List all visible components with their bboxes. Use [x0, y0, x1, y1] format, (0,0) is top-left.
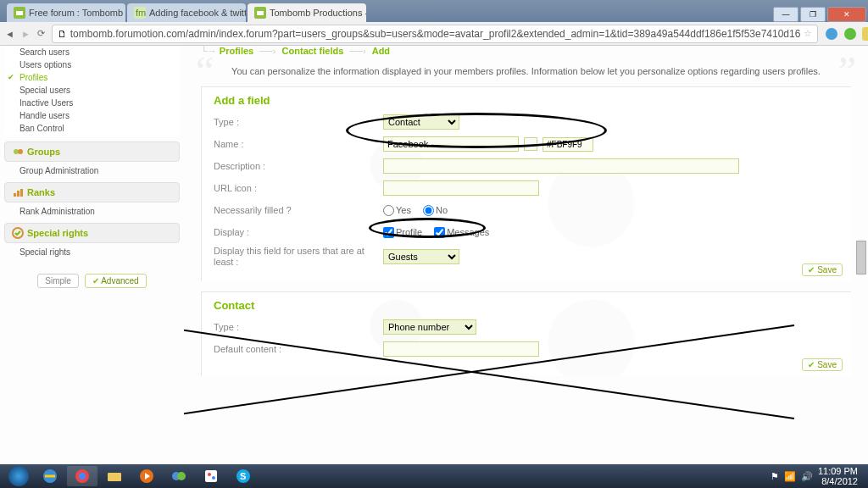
taskbar-skype-icon[interactable]: S	[228, 466, 259, 486]
sidebar-item-handle-users[interactable]: Handle users	[4, 109, 180, 122]
maximize-button[interactable]: ❐	[800, 7, 826, 22]
default-content-input[interactable]	[383, 341, 539, 357]
sidebar-item-inactive-users[interactable]: Inactive Users	[4, 97, 180, 109]
lbl-necessarily-filled: Necessarily filled ?	[214, 205, 383, 215]
taskbar-paint-icon[interactable]	[196, 466, 226, 486]
radio-no[interactable]	[423, 205, 434, 216]
taskbar-wmp-icon[interactable]	[131, 466, 162, 486]
chk-profile[interactable]	[383, 227, 394, 238]
lbl-name: Name :	[214, 139, 383, 149]
name-input[interactable]	[383, 136, 519, 152]
tab-favicon: fm	[134, 7, 146, 19]
scrollbar-thumb[interactable]	[856, 241, 866, 274]
description-input[interactable]	[383, 158, 739, 174]
sidebar-item-ban-control[interactable]: Ban Control	[4, 122, 180, 135]
chk-profile-label[interactable]: Profile	[383, 227, 422, 238]
svg-rect-12	[17, 191, 19, 197]
svg-point-6	[826, 28, 837, 40]
system-tray: ⚑ 📶 🔊 11:09 PM 8/4/2012	[771, 466, 865, 486]
sidebar-item-special-rights[interactable]: Special rights	[4, 245, 180, 263]
radio-no-label[interactable]: No	[423, 205, 448, 216]
simple-mode-button[interactable]: Simple	[37, 274, 79, 288]
lbl-description: Description :	[214, 161, 383, 171]
sidebar-item-group-admin[interactable]: Group Administration	[4, 164, 180, 182]
save-button[interactable]: Save	[802, 263, 843, 276]
tray-volume-icon[interactable]: 🔊	[801, 471, 813, 482]
type-select[interactable]: Contact	[383, 114, 459, 130]
sidebar-groups-header[interactable]: Groups	[4, 141, 180, 162]
tray-network-icon[interactable]: 📶	[784, 471, 796, 482]
svg-point-19	[79, 473, 86, 480]
lbl-display-least: Display this field for users that are at…	[214, 246, 383, 268]
svg-point-26	[208, 473, 211, 476]
breadcrumb-contact-fields[interactable]: Contact fields	[282, 46, 344, 56]
advanced-mode-button[interactable]: Advanced	[85, 274, 147, 288]
ext-icon[interactable]	[825, 27, 838, 41]
browser-tab[interactable]: fm Adding facebook & twitte ×	[127, 3, 246, 22]
sidebar-header-label: Groups	[27, 147, 60, 157]
lbl-url-icon: URL icon :	[214, 183, 383, 193]
svg-rect-1	[16, 11, 23, 15]
ext-icon[interactable]	[862, 27, 868, 41]
breadcrumb-profiles[interactable]: Profiles	[220, 46, 253, 56]
page-content: Search users Users options Profiles Spec…	[0, 46, 868, 464]
tray-clock[interactable]: 11:09 PM 8/4/2012	[818, 466, 858, 486]
svg-point-7	[844, 28, 856, 40]
tray-date: 8/4/2012	[818, 476, 858, 486]
window-titlebar: Free forum : Tombomb P × fm Adding faceb…	[0, 0, 868, 22]
taskbar-ie-icon[interactable]	[35, 466, 65, 486]
radio-yes-label[interactable]: Yes	[383, 205, 411, 216]
tab-label: Adding facebook & twitte	[149, 8, 246, 18]
url-icon-input[interactable]	[383, 180, 539, 196]
svg-rect-13	[20, 189, 23, 197]
browser-navbar: ◄ ► ⟳ 🗋 tombomb.forumotion.com/admin/ind…	[0, 22, 868, 46]
save-button[interactable]: Save	[802, 358, 843, 371]
svg-rect-11	[14, 193, 16, 197]
ranks-icon	[12, 186, 24, 198]
browser-tab[interactable]: Free forum : Tombomb P ×	[7, 3, 125, 22]
color-picker-swatch[interactable]	[524, 137, 537, 151]
panel-add-field: Add a field Type : Contact Name : Descri…	[201, 86, 851, 281]
close-button[interactable]: ✕	[827, 7, 866, 22]
least-select[interactable]: Guests	[383, 249, 459, 264]
svg-rect-5	[257, 11, 264, 15]
taskbar: S ⚑ 📶 🔊 11:09 PM 8/4/2012	[0, 464, 868, 488]
chk-messages[interactable]	[434, 227, 445, 238]
chk-messages-label[interactable]: Messages	[434, 227, 489, 238]
taskbar-chrome-icon[interactable]	[67, 466, 97, 486]
sidebar-item-users-options[interactable]: Users options	[4, 58, 180, 71]
ext-icon[interactable]	[843, 27, 857, 41]
browser-tab-active[interactable]: Tombomb Productions - V ×	[248, 3, 366, 22]
sidebar-item-special-users[interactable]: Special users	[4, 84, 180, 97]
tray-flag-icon[interactable]: ⚑	[771, 471, 779, 482]
main-content: └→ Profiles ──› Contact fields ──› Add “…	[184, 46, 868, 464]
svg-rect-20	[108, 473, 121, 481]
star-icon[interactable]: ☆	[804, 28, 812, 39]
color-hex-input[interactable]	[542, 137, 593, 152]
intro-wrap: “ You can personalize the information di…	[201, 63, 851, 86]
admin-sidebar: Search users Users options Profiles Spec…	[0, 46, 184, 464]
sidebar-ranks-header[interactable]: Ranks	[4, 182, 180, 202]
tab-favicon	[254, 7, 266, 19]
tab-favicon	[14, 7, 25, 19]
contact-type-select[interactable]: Phone number	[383, 319, 476, 335]
sidebar-item-profiles[interactable]: Profiles	[4, 71, 180, 84]
url-bar[interactable]: 🗋 tombomb.forumotion.com/admin/index.for…	[52, 25, 819, 43]
start-button[interactable]	[8, 466, 29, 486]
taskbar-explorer-icon[interactable]	[99, 466, 130, 486]
sidebar-header-label: Ranks	[27, 187, 55, 197]
radio-yes[interactable]	[383, 205, 394, 216]
sidebar-item-search-users[interactable]: Search users	[4, 46, 180, 58]
sidebar-item-rank-admin[interactable]: Rank Administration	[4, 204, 180, 223]
svg-text:fm: fm	[136, 8, 146, 18]
breadcrumb-add[interactable]: Add	[372, 46, 390, 56]
panel-contact: Contact Type : Phone number Default cont…	[201, 291, 851, 376]
taskbar-msn-icon[interactable]	[164, 466, 194, 486]
forward-icon[interactable]: ►	[21, 27, 31, 41]
reload-icon[interactable]: ⟳	[37, 27, 45, 41]
sidebar-special-rights-header[interactable]: Special rights	[4, 223, 180, 243]
groups-icon	[12, 146, 24, 158]
lbl-display: Display :	[214, 227, 383, 237]
minimize-button[interactable]: —	[773, 7, 798, 22]
back-icon[interactable]: ◄	[5, 27, 14, 41]
